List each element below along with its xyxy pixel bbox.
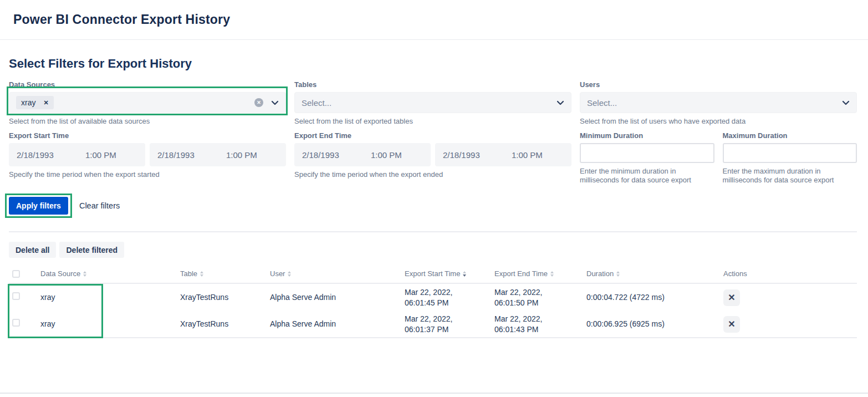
max-duration-label: Maximum Duration	[723, 131, 857, 140]
export-end-to-date[interactable]: 2/18/1993	[443, 150, 504, 160]
sort-icon	[288, 271, 291, 277]
users-select[interactable]: Select...	[580, 92, 857, 113]
delete-filtered-button[interactable]: Delete filtered	[59, 242, 124, 258]
footer-divider	[0, 393, 868, 394]
cell-table: XrayTestRuns	[173, 292, 263, 303]
cell-duration: 0:00:06.925 (6925 ms)	[580, 319, 717, 329]
filter-data-sources: Data Sources xray ✕ ✕ Select from the li…	[9, 80, 286, 126]
page-header: Power BI Connector Export History	[0, 0, 868, 40]
users-placeholder: Select...	[587, 98, 617, 108]
delete-icon: ✕	[728, 319, 735, 329]
column-header-actions: Actions	[717, 269, 857, 278]
filter-actions-row: Apply filters Clear filters	[9, 197, 857, 215]
filter-tables: Tables Select... Select from the list of…	[294, 80, 571, 126]
tables-helper: Select from the list of exported tables	[294, 117, 571, 126]
export-start-from-date[interactable]: 2/18/1993	[17, 150, 78, 160]
export-start-from-datetime[interactable]: 2/18/1993 1:00 PM	[9, 143, 145, 166]
remove-tag-icon[interactable]: ✕	[43, 99, 48, 106]
min-duration-helper: Enter the minimum duration in millisecon…	[580, 167, 714, 185]
min-duration-label: Minimum Duration	[580, 131, 714, 140]
clear-filters-button[interactable]: Clear filters	[79, 201, 120, 210]
filter-min-duration: Minimum Duration Enter the minimum durat…	[580, 131, 714, 185]
cell-export-start-time: Mar 22, 2022, 06:01:45 PM	[398, 287, 488, 308]
sort-icon	[616, 271, 620, 277]
delete-all-button[interactable]: Delete all	[9, 242, 56, 258]
max-duration-input[interactable]	[723, 143, 857, 163]
data-sources-select[interactable]: xray ✕ ✕	[9, 92, 286, 113]
filter-durations: Minimum Duration Enter the minimum durat…	[580, 131, 857, 185]
table-row: xray XrayTestRuns Alpha Serve Admin Mar …	[9, 284, 857, 311]
main-content: Select Filters for Export History Data S…	[0, 57, 868, 338]
chevron-down-icon[interactable]	[271, 100, 279, 105]
row-checkbox[interactable]	[12, 319, 20, 327]
column-header-export-start-time[interactable]: Export Start Time	[398, 269, 488, 278]
data-sources-helper: Select from the list of available data s…	[9, 117, 286, 126]
max-duration-helper: Enter the maximum duration in millisecon…	[723, 167, 857, 185]
cell-data-source: xray	[34, 319, 173, 329]
cell-export-start-time: Mar 22, 2022, 06:01:37 PM	[398, 314, 488, 335]
select-all-checkbox[interactable]	[12, 270, 20, 278]
tables-placeholder: Select...	[302, 98, 331, 108]
export-end-from-time[interactable]: 1:00 PM	[371, 150, 402, 160]
sort-icon	[200, 271, 203, 277]
sort-icon	[550, 271, 554, 277]
cell-table: XrayTestRuns	[173, 319, 263, 329]
chevron-down-icon[interactable]	[842, 100, 850, 105]
apply-filters-button[interactable]: Apply filters	[9, 197, 68, 215]
page-title: Power BI Connector Export History	[13, 12, 230, 27]
cell-export-end-time: Mar 22, 2022, 06:01:50 PM	[488, 287, 580, 308]
export-end-to-time[interactable]: 1:00 PM	[512, 150, 543, 160]
export-history-table-header: Data Source Table User Export Start Time…	[9, 264, 857, 284]
export-end-from-date[interactable]: 2/18/1993	[302, 150, 363, 160]
column-header-duration[interactable]: Duration	[580, 269, 717, 278]
section-divider	[9, 231, 857, 232]
filter-max-duration: Maximum Duration Enter the maximum durat…	[723, 131, 857, 185]
users-label: Users	[580, 80, 857, 89]
chevron-down-icon[interactable]	[556, 100, 564, 105]
export-start-to-time[interactable]: 1:00 PM	[226, 150, 257, 160]
tables-label: Tables	[294, 80, 571, 89]
export-end-time-label: Export End Time	[294, 131, 571, 140]
filter-export-start-time: Export Start Time 2/18/1993 1:00 PM 2/18…	[9, 131, 286, 185]
table-row: xray XrayTestRuns Alpha Serve Admin Mar …	[9, 311, 857, 338]
export-end-helper: Specify the time period when the export …	[294, 170, 571, 179]
filters-heading: Select Filters for Export History	[9, 57, 857, 71]
cell-user: Alpha Serve Admin	[263, 292, 398, 303]
column-header-user[interactable]: User	[263, 269, 398, 278]
export-start-time-label: Export Start Time	[9, 131, 286, 140]
data-sources-label: Data Sources	[9, 80, 286, 89]
export-start-helper: Specify the time period when the export …	[9, 170, 286, 179]
cell-duration: 0:00:04.722 (4722 ms)	[580, 292, 717, 303]
cell-user: Alpha Serve Admin	[263, 319, 398, 329]
clear-selection-icon[interactable]: ✕	[254, 98, 263, 107]
cell-export-end-time: Mar 22, 2022, 06:01:43 PM	[488, 314, 580, 335]
column-header-table[interactable]: Table	[173, 269, 263, 278]
filters-grid: Data Sources xray ✕ ✕ Select from the li…	[9, 80, 857, 185]
min-duration-input[interactable]	[580, 143, 714, 163]
delete-row-button[interactable]: ✕	[723, 316, 740, 333]
data-source-tag: xray ✕	[16, 96, 54, 109]
tables-select[interactable]: Select...	[294, 92, 571, 113]
delete-buttons-row: Delete all Delete filtered	[9, 242, 857, 258]
export-end-from-datetime[interactable]: 2/18/1993 1:00 PM	[294, 143, 431, 166]
delete-row-button[interactable]: ✕	[723, 289, 740, 306]
export-start-to-date[interactable]: 2/18/1993	[157, 150, 218, 160]
filter-export-end-time: Export End Time 2/18/1993 1:00 PM 2/18/1…	[294, 131, 571, 185]
delete-icon: ✕	[728, 292, 735, 303]
cell-data-source: xray	[34, 292, 173, 303]
export-end-to-datetime[interactable]: 2/18/1993 1:00 PM	[435, 143, 571, 166]
sort-desc-icon	[463, 271, 466, 277]
sort-icon	[83, 271, 86, 277]
filter-users: Users Select... Select from the list of …	[580, 80, 857, 126]
row-checkbox[interactable]	[12, 292, 20, 300]
export-start-to-datetime[interactable]: 2/18/1993 1:00 PM	[150, 143, 286, 166]
export-start-from-time[interactable]: 1:00 PM	[85, 150, 116, 160]
column-header-export-end-time[interactable]: Export End Time	[488, 269, 580, 278]
export-history-table-body: xray XrayTestRuns Alpha Serve Admin Mar …	[9, 284, 857, 338]
users-helper: Select from the list of users who have e…	[580, 117, 857, 126]
data-source-tag-label: xray	[21, 98, 35, 107]
column-header-data-source[interactable]: Data Source	[34, 269, 173, 278]
